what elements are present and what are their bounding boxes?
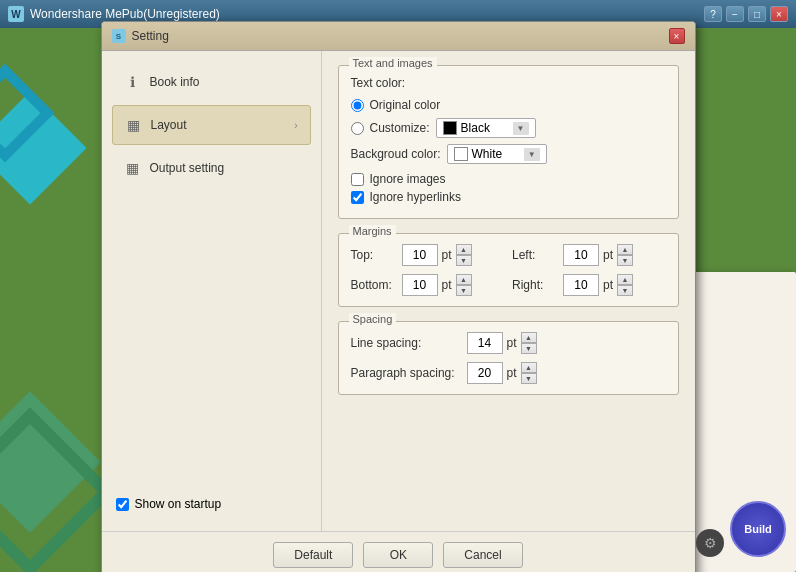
right-margin-spinner-buttons: ▲ ▼: [617, 274, 633, 296]
dialog-title: Setting: [132, 29, 669, 43]
black-color-dropdown[interactable]: Black ▼: [436, 118, 536, 138]
line-spacing-up-button[interactable]: ▲: [521, 332, 537, 343]
right-margin-down-button[interactable]: ▼: [617, 285, 633, 296]
sidebar-item-book-info[interactable]: ℹ Book info: [112, 63, 311, 101]
dialog-close-button[interactable]: ×: [669, 28, 685, 44]
left-margin-label: Left:: [512, 248, 557, 262]
minimize-button[interactable]: −: [726, 6, 744, 22]
dropdown-arrow-icon: ▼: [513, 122, 529, 135]
bottom-margin-label: Bottom:: [351, 278, 396, 292]
bottom-margin-down-button[interactable]: ▼: [456, 285, 472, 296]
right-margin-row: Right: pt ▲ ▼: [512, 274, 666, 296]
sidebar-item-output-setting[interactable]: ▦ Output setting: [112, 149, 311, 187]
ignore-images-row: Ignore images: [351, 172, 666, 186]
ignore-hyperlinks-label[interactable]: Ignore hyperlinks: [370, 190, 461, 204]
layout-icon: ▦: [125, 116, 143, 134]
original-color-radio[interactable]: [351, 99, 364, 112]
black-color-label: Black: [461, 121, 490, 135]
left-margin-down-button[interactable]: ▼: [617, 255, 633, 266]
default-button[interactable]: Default: [273, 542, 353, 568]
white-color-swatch: [454, 147, 468, 161]
paragraph-spacing-down-button[interactable]: ▼: [521, 373, 537, 384]
output-icon: ▦: [124, 159, 142, 177]
info-icon: ℹ: [124, 73, 142, 91]
line-spacing-row: Line spacing: pt ▲ ▼: [351, 332, 666, 354]
spacing-title: Spacing: [349, 313, 397, 325]
left-margin-row: Left: pt ▲ ▼: [512, 244, 666, 266]
app-icon: W: [8, 6, 24, 22]
left-margin-up-button[interactable]: ▲: [617, 244, 633, 255]
left-margin-input[interactable]: [563, 244, 599, 266]
ignore-images-checkbox[interactable]: [351, 173, 364, 186]
restore-button[interactable]: □: [748, 6, 766, 22]
margins-group: Margins Top: pt ▲ ▼: [338, 233, 679, 307]
content-area: Text and images Text color: Original col…: [322, 51, 695, 531]
bottom-margin-row: Bottom: pt ▲ ▼: [351, 274, 505, 296]
sidebar: ℹ Book info ▦ Layout › ▦ Output setting: [102, 51, 322, 531]
paragraph-spacing-label: Paragraph spacing:: [351, 366, 461, 380]
show-on-startup-checkbox[interactable]: [116, 498, 129, 511]
dialog-footer: Default OK Cancel: [102, 531, 695, 572]
chevron-right-icon: ›: [294, 120, 297, 131]
dialog-icon: S: [112, 29, 126, 43]
sidebar-label-layout: Layout: [151, 118, 287, 132]
cancel-button[interactable]: Cancel: [443, 542, 522, 568]
customize-color-label[interactable]: Customize:: [370, 121, 430, 135]
text-color-label-row: Text color:: [351, 76, 666, 90]
top-margin-input[interactable]: [402, 244, 438, 266]
top-margin-label: Top:: [351, 248, 396, 262]
top-margin-down-button[interactable]: ▼: [456, 255, 472, 266]
settings-icon-button[interactable]: ⚙: [696, 529, 724, 557]
spacing-group: Spacing Line spacing: pt ▲ ▼: [338, 321, 679, 395]
paragraph-spacing-up-button[interactable]: ▲: [521, 362, 537, 373]
dialog-body: ℹ Book info ▦ Layout › ▦ Output setting: [102, 51, 695, 531]
dialog-titlebar: S Setting ×: [102, 22, 695, 51]
paragraph-spacing-spinner-buttons: ▲ ▼: [521, 362, 537, 384]
sidebar-item-layout[interactable]: ▦ Layout ›: [112, 105, 311, 145]
text-and-images-title: Text and images: [349, 57, 437, 69]
line-spacing-input[interactable]: [467, 332, 503, 354]
bottom-margin-input[interactable]: [402, 274, 438, 296]
right-margin-up-button[interactable]: ▲: [617, 274, 633, 285]
margins-grid: Top: pt ▲ ▼ L: [351, 244, 666, 296]
app-close-button[interactable]: ×: [770, 6, 788, 22]
left-margin-spinner: pt ▲ ▼: [563, 244, 633, 266]
ignore-hyperlinks-checkbox[interactable]: [351, 191, 364, 204]
build-button[interactable]: Build: [730, 501, 786, 557]
ignore-images-label[interactable]: Ignore images: [370, 172, 446, 186]
sidebar-footer: Show on startup: [112, 489, 311, 519]
text-color-label: Text color:: [351, 76, 431, 90]
white-color-dropdown[interactable]: White ▼: [447, 144, 547, 164]
ok-button[interactable]: OK: [363, 542, 433, 568]
customize-color-row: Customize: Black ▼: [351, 118, 666, 138]
help-button[interactable]: ?: [704, 6, 722, 22]
left-margin-spinner-buttons: ▲ ▼: [617, 244, 633, 266]
paragraph-spacing-input[interactable]: [467, 362, 503, 384]
paragraph-spacing-spinner: pt ▲ ▼: [467, 362, 537, 384]
right-margin-input[interactable]: [563, 274, 599, 296]
top-margin-up-button[interactable]: ▲: [456, 244, 472, 255]
line-spacing-label: Line spacing:: [351, 336, 461, 350]
top-margin-spinner-buttons: ▲ ▼: [456, 244, 472, 266]
text-and-images-group: Text and images Text color: Original col…: [338, 65, 679, 219]
modal-overlay: S Setting × ℹ Book info ▦ Layout ›: [0, 28, 796, 572]
show-on-startup-label[interactable]: Show on startup: [135, 497, 222, 511]
line-spacing-down-button[interactable]: ▼: [521, 343, 537, 354]
bg-color-row: Backgroud color: White ▼: [351, 144, 666, 164]
bottom-margin-up-button[interactable]: ▲: [456, 274, 472, 285]
paragraph-spacing-unit: pt: [507, 366, 517, 380]
bg-dropdown-arrow-icon: ▼: [524, 148, 540, 161]
line-spacing-spinner-buttons: ▲ ▼: [521, 332, 537, 354]
settings-dialog: S Setting × ℹ Book info ▦ Layout ›: [101, 21, 696, 572]
left-margin-unit: pt: [603, 248, 613, 262]
sidebar-label-output-setting: Output setting: [150, 161, 299, 175]
right-margin-label: Right:: [512, 278, 557, 292]
bottom-margin-unit: pt: [442, 278, 452, 292]
app-window-controls: ? − □ ×: [704, 6, 788, 22]
original-color-label[interactable]: Original color: [370, 98, 441, 112]
ignore-hyperlinks-row: Ignore hyperlinks: [351, 190, 666, 204]
bottom-margin-spinner: pt ▲ ▼: [402, 274, 472, 296]
line-spacing-unit: pt: [507, 336, 517, 350]
customize-color-radio[interactable]: [351, 122, 364, 135]
bottom-margin-spinner-buttons: ▲ ▼: [456, 274, 472, 296]
